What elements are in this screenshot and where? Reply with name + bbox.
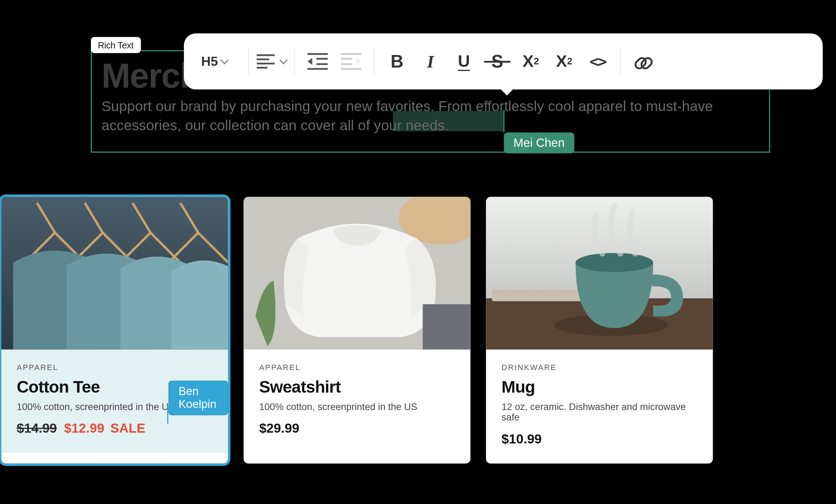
subscript-button[interactable]: X2 <box>514 45 548 78</box>
product-price: $29.99 <box>259 420 455 436</box>
sale-badge: SALE <box>110 420 146 435</box>
product-card-cotton-tee[interactable]: APPAREL Cotton Tee 100% cotton, screenpr… <box>1 197 228 464</box>
indent-icon <box>341 53 361 70</box>
collaborator-tag-ben: Ben Koelpin <box>168 381 228 415</box>
heading-level-label: H5 <box>201 54 218 69</box>
price-original: $14.99 <box>17 420 57 435</box>
product-desc: 12 oz, ceramic. Dishwasher and microwave… <box>502 402 697 423</box>
price-sale: $12.99 <box>64 420 104 435</box>
indent-button[interactable] <box>334 45 368 78</box>
product-title: Sweatshirt <box>259 378 455 397</box>
superscript-button[interactable]: X2 <box>548 45 581 78</box>
bold-button[interactable]: B <box>380 45 414 78</box>
outdent-button[interactable] <box>301 45 334 78</box>
align-button[interactable] <box>255 45 288 78</box>
align-left-icon <box>257 54 274 69</box>
text-caret-green <box>503 110 504 132</box>
toolbar-divider <box>294 48 295 74</box>
underline-button[interactable]: U <box>447 45 481 78</box>
toolbar-divider <box>620 48 621 74</box>
product-category: DRINKWARE <box>502 363 697 372</box>
collaborator-tag-mei: Mei Chen <box>504 133 574 153</box>
block-type-label: Rich Text <box>91 37 141 53</box>
toolbar-divider <box>374 48 374 74</box>
product-price: $14.99 $12.99 SALE <box>17 420 212 436</box>
italic-button[interactable]: I <box>414 45 447 78</box>
product-grid: APPAREL Cotton Tee 100% cotton, screenpr… <box>1 197 713 464</box>
toolbar-divider <box>248 48 249 74</box>
product-card-sweatshirt[interactable]: APPAREL Sweatshirt 100% cotton, screenpr… <box>243 197 470 464</box>
outdent-icon <box>308 53 328 70</box>
chevron-down-icon <box>220 56 229 64</box>
product-image-sweatshirt <box>243 197 470 350</box>
rich-text-toolbar: H5 B I U S X2 X2 <> <box>184 33 823 89</box>
chevron-down-icon <box>279 56 288 64</box>
product-desc: 100% cotton, screenprinted in the US <box>259 402 455 412</box>
product-price: $10.99 <box>502 431 697 447</box>
link-button[interactable] <box>627 45 660 78</box>
product-card-mug[interactable]: DRINKWARE Mug 12 oz, ceramic. Dishwasher… <box>486 197 713 464</box>
toolbar-pointer <box>498 87 515 95</box>
svg-rect-3 <box>423 304 471 349</box>
heading-level-select[interactable]: H5 <box>197 45 232 78</box>
svg-point-8 <box>575 253 653 272</box>
product-category: APPAREL <box>17 363 212 372</box>
link-icon <box>635 53 652 70</box>
code-button[interactable]: <> <box>581 45 614 78</box>
page-subheading[interactable]: Support our brand by purchasing your new… <box>101 97 734 135</box>
product-category: APPAREL <box>259 363 455 372</box>
product-image-mug <box>486 197 713 350</box>
product-title: Mug <box>502 378 697 397</box>
product-image-tee <box>1 197 228 350</box>
strikethrough-button[interactable]: S <box>481 45 514 78</box>
